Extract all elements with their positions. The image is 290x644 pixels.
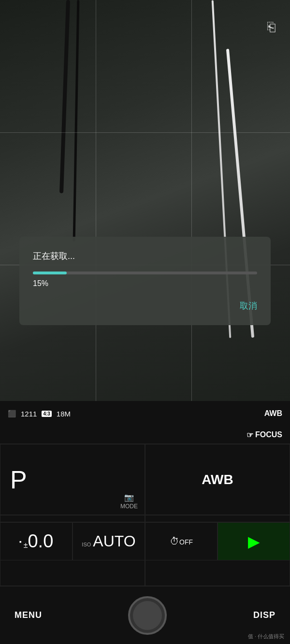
mode-label: 📷 MODE xyxy=(120,493,138,510)
controls-area: P 📷 MODE AWB xyxy=(0,444,290,586)
progress-dialog: 正在获取... 15% 取消 xyxy=(19,237,271,325)
ev-cell[interactable]: ▪ ±0.0 xyxy=(0,522,72,560)
focus-text: FOCUS xyxy=(255,430,282,439)
cancel-button[interactable]: 取消 xyxy=(240,301,257,311)
iso-label: ISO xyxy=(82,542,91,547)
action-bar: MENU DISP xyxy=(0,586,290,644)
iso-wrapper: ISO AUTO xyxy=(82,532,135,550)
scene-background xyxy=(0,0,290,401)
focus-label: ☞ FOCUS xyxy=(246,430,282,440)
cancel-button-container: 取消 xyxy=(33,300,257,312)
ev-number: 0.0 xyxy=(28,531,53,551)
mode-cell[interactable]: P 📷 MODE xyxy=(0,444,145,515)
camera-viewfinder: ⎗ 正在获取... 15% 取消 xyxy=(0,0,290,401)
watermark: 值 · 什么值得买 xyxy=(248,633,284,640)
white-balance-status: AWB xyxy=(264,409,282,418)
shutter-inner xyxy=(133,601,162,630)
grid-line-h1 xyxy=(0,132,290,133)
bottom-controls: ▪ ±0.0 ISO AUTO ⏱OFF ▶ xyxy=(0,522,290,560)
grid-line-v1 xyxy=(96,0,96,401)
megapixels-label: 18M xyxy=(57,410,71,418)
mode-p-letter: P xyxy=(10,465,27,494)
camera-mode-icon: 📷 xyxy=(124,493,134,502)
progress-bar-fill xyxy=(33,272,67,274)
dialog-title: 正在获取... xyxy=(33,250,257,262)
focus-bar: ☞ FOCUS xyxy=(0,426,290,444)
status-bar: ⬛ 1211 4:3 18M AWB xyxy=(0,401,290,426)
progress-bar-background xyxy=(33,272,257,274)
menu-button[interactable]: MENU xyxy=(14,610,42,620)
play-icon: ▶ xyxy=(248,532,260,551)
shutter-button[interactable] xyxy=(128,596,167,635)
awb-label: AWB xyxy=(202,472,233,487)
shots-remaining: 1211 xyxy=(21,410,37,418)
status-left-group: ⬛ 1211 4:3 18M xyxy=(8,410,71,418)
timer-label: ⏱OFF xyxy=(170,536,193,547)
shots-remaining-icon: ⬛ xyxy=(8,410,16,417)
awb-cell[interactable]: AWB xyxy=(145,444,290,515)
disp-button[interactable]: DISP xyxy=(253,610,276,620)
mode-text: MODE xyxy=(120,503,138,510)
progress-percent-label: 15% xyxy=(33,279,257,288)
iso-value: AUTO xyxy=(93,532,135,550)
timer-cell[interactable]: ⏱OFF xyxy=(145,522,218,560)
iso-cell[interactable]: ISO AUTO xyxy=(72,522,145,560)
ev-value: ±0.0 xyxy=(24,531,54,552)
play-cell[interactable]: ▶ xyxy=(218,522,290,560)
aspect-ratio-badge: 4:3 xyxy=(42,411,51,417)
rotate-icon[interactable]: ⎗ xyxy=(267,19,276,35)
timer-icon: ⏱ xyxy=(170,536,179,546)
focus-hand-icon: ☞ xyxy=(246,430,253,440)
ev-icon: ▪ xyxy=(19,538,22,545)
grid-line-v2 xyxy=(191,0,192,401)
